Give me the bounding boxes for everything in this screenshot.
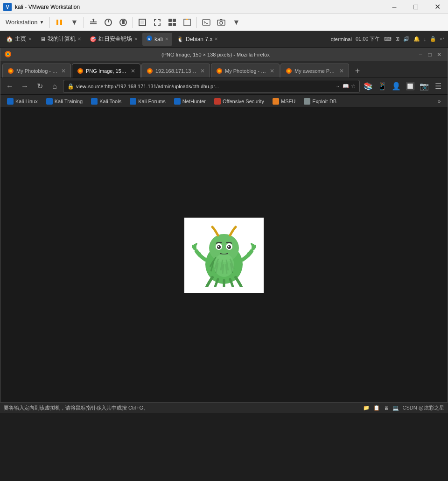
msfu-icon — [273, 98, 279, 105]
clock-display: 01:00 下午 — [356, 35, 380, 42]
tab-photoblog1[interactable]: My Photoblog - last p ✕ — [2, 64, 71, 78]
bookmark-offensive-security[interactable]: Offensive Security — [210, 97, 268, 106]
synced-tabs-button[interactable]: 📱 — [376, 80, 389, 93]
redday-icon: 🎯 — [90, 36, 97, 42]
workstation-menu[interactable]: Workstation ▼ — [2, 17, 48, 28]
home-icon: 🏠 — [6, 36, 13, 42]
pause-dropdown[interactable]: ▼ — [67, 15, 82, 29]
enter-full-screen-button[interactable] — [180, 15, 195, 29]
computer-close[interactable]: ✕ — [77, 36, 81, 42]
ff-minimize[interactable]: – — [416, 50, 425, 59]
minimize-button[interactable]: – — [384, 0, 405, 14]
os-taskbar-right: qterminal 01:00 下午 ⌨ ⊞ 🔊 🔔 ↓ 🔒 ↩ — [331, 35, 446, 42]
debian-close[interactable]: ✕ — [214, 36, 218, 42]
tab-png-image[interactable]: PNG Image, 150 × 138... ✕ — [72, 64, 140, 78]
fxa-button[interactable]: 👤 — [390, 80, 403, 93]
kali-training-icon — [46, 98, 53, 105]
svg-point-40 — [218, 246, 219, 247]
redday-close[interactable]: ✕ — [134, 36, 138, 42]
update-icon[interactable]: ↓ — [424, 36, 427, 42]
library-button[interactable]: 📚 — [362, 80, 375, 93]
tab-photoblog1-close[interactable]: ✕ — [61, 68, 66, 74]
taskbar-item-kali[interactable]: k kali ✕ — [142, 33, 172, 46]
ff-maximize[interactable]: □ — [425, 50, 434, 59]
unity-button[interactable] — [165, 15, 180, 29]
bookmarks-more-button[interactable]: » — [434, 96, 445, 107]
maximize-button[interactable]: □ — [405, 0, 427, 14]
taskbar-item-computer[interactable]: 🖥 我的计算机 ✕ — [36, 33, 85, 46]
bookmark-kali-linux[interactable]: Kali Linux — [3, 97, 42, 106]
os-taskbar: 🏠 主页 ✕ 🖥 我的计算机 ✕ 🎯 红日安全靶场 ✕ k kali ✕ 🐧 D… — [0, 31, 448, 48]
menu-arrow-icon: ▼ — [39, 20, 44, 25]
volume-icon[interactable]: 🔊 — [403, 36, 410, 42]
taskbar-item-debian[interactable]: 🐧 Debian 7.x ✕ — [173, 33, 222, 46]
kali-label: kali — [154, 36, 163, 42]
debian-label: Debian 7.x — [186, 36, 212, 42]
bookmark-kali-training[interactable]: Kali Training — [42, 97, 87, 106]
close-button[interactable]: ✕ — [427, 0, 448, 14]
home-close[interactable]: ✕ — [28, 36, 32, 42]
toolbar-separator-2 — [84, 17, 84, 28]
forward-button[interactable]: → — [18, 80, 31, 93]
keyboard-icon[interactable]: ⌨ — [384, 36, 392, 42]
firefox-titlebar: (PNG Image, 150 × 138 pixels) - Mozilla … — [0, 48, 448, 61]
bell-icon[interactable]: 🔔 — [413, 36, 420, 42]
reader-mode-icon[interactable]: 📖 — [343, 83, 349, 89]
console-button[interactable] — [199, 15, 214, 29]
bookmark-star-icon[interactable]: ☆ — [351, 83, 356, 89]
bookmark-msfu[interactable]: MSFU — [269, 97, 299, 106]
tab-png-close[interactable]: ✕ — [131, 68, 135, 74]
snapshot-dropdown[interactable]: ▼ — [229, 15, 244, 29]
send-ctrl-alt-del-button[interactable] — [86, 15, 101, 29]
taskbar-item-redday[interactable]: 🎯 红日安全靶场 ✕ — [86, 33, 141, 46]
tab-admin[interactable]: 192.168.171.131/admi... ✕ — [141, 64, 210, 78]
bookmark-nethunter[interactable]: NetHunter — [170, 97, 210, 106]
fit-window-button[interactable] — [135, 15, 150, 29]
screenshots-button[interactable]: 📷 — [418, 80, 431, 93]
tab-photoblog2[interactable]: My Photoblog - last p ✕ — [211, 64, 280, 78]
snapshot-button[interactable] — [214, 15, 229, 29]
full-screen-button[interactable] — [150, 15, 165, 29]
svg-rect-13 — [168, 23, 172, 26]
sync-icon[interactable]: ↩ — [440, 36, 444, 42]
svg-rect-3 — [60, 20, 62, 25]
msfu-label: MSFU — [281, 99, 295, 104]
ff-close[interactable]: ✕ — [434, 50, 444, 59]
tab-admin-close[interactable]: ✕ — [200, 68, 205, 74]
kali-training-label: Kali Training — [55, 99, 83, 104]
tab-photoblog2-close[interactable]: ✕ — [270, 68, 274, 74]
kali-tools-label: Kali Tools — [99, 99, 121, 104]
open-menu-button[interactable]: ☰ — [432, 80, 445, 93]
svg-point-33 — [287, 70, 290, 72]
kali-forums-label: Kali Forums — [138, 99, 166, 104]
tab-photoblog2-label: My Photoblog - last p — [225, 68, 267, 74]
pause-button[interactable] — [52, 15, 67, 29]
status-csdn: CSDN @炫彩之星 — [403, 404, 444, 411]
back-button[interactable]: ← — [3, 80, 16, 93]
svg-point-29 — [148, 70, 151, 72]
pocket-button[interactable]: 🔲 — [404, 80, 417, 93]
png-image-container — [184, 218, 264, 293]
tab-photoblog2-icon — [216, 68, 223, 74]
bookmark-kali-tools[interactable]: Kali Tools — [87, 97, 125, 106]
url-overflow-icon: ··· — [336, 84, 341, 89]
reload-button[interactable]: ↻ — [33, 80, 46, 93]
firefox-logo — [4, 50, 12, 59]
tab-awesome-close[interactable]: ✕ — [339, 68, 344, 74]
kali-close[interactable]: ✕ — [165, 36, 168, 42]
url-bar[interactable]: 🔒 view-source:http://192.168.171.131/adm… — [63, 80, 360, 93]
lock-icon[interactable]: 🔒 — [430, 36, 436, 42]
power-off-button[interactable] — [116, 15, 131, 29]
debian-icon: 🐧 — [177, 36, 184, 42]
exploit-db-icon — [304, 98, 310, 105]
bookmark-kali-forums[interactable]: Kali Forums — [126, 97, 169, 106]
tab-awesome[interactable]: My awesome Photob... ✕ — [280, 64, 349, 78]
power-on-button[interactable] — [101, 15, 116, 29]
firefox-title: (PNG Image, 150 × 138 pixels) - Mozilla … — [15, 52, 416, 57]
home-nav-button[interactable]: ⌂ — [48, 80, 61, 93]
vmware-menubar: Workstation ▼ ▼ ▼ — [0, 14, 448, 31]
grid-icon[interactable]: ⊞ — [395, 36, 399, 42]
bookmark-exploit-db[interactable]: Exploit-DB — [300, 97, 340, 106]
new-tab-button[interactable]: + — [351, 64, 364, 78]
taskbar-item-home[interactable]: 🏠 主页 ✕ — [2, 33, 35, 46]
